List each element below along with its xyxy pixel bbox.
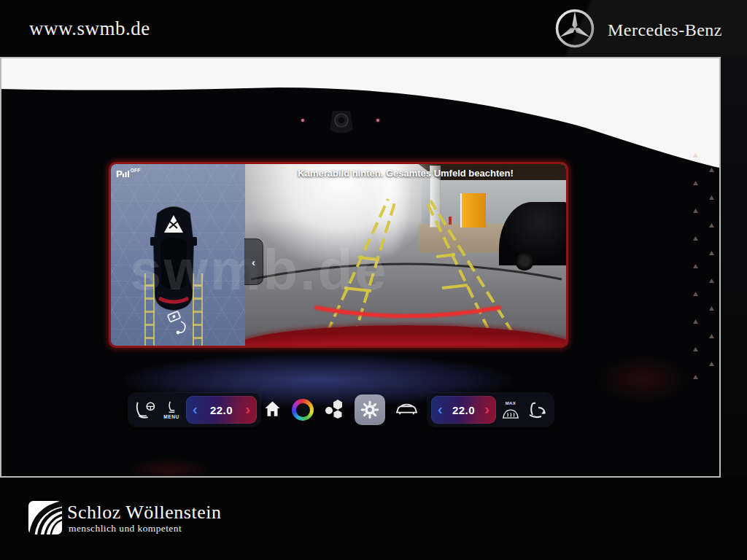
- panel-collapse-handle[interactable]: ‹: [244, 238, 263, 285]
- mercedes-star-icon: [554, 7, 596, 52]
- nav-icon-row: [263, 393, 419, 427]
- dealer-name: Schloz Wöllenstein: [67, 502, 221, 524]
- rear-camera-panel[interactable]: Kamerabild hinten. Gesamtes Umfeld beach…: [245, 164, 566, 346]
- temp-increase-button[interactable]: ›: [484, 402, 489, 418]
- dealer-tagline: menschlich und kompetent: [69, 523, 182, 534]
- settings-button-active[interactable]: [355, 394, 385, 425]
- infotainment-display: P OFF: [109, 162, 568, 348]
- sensor-led: [376, 119, 379, 122]
- max-defrost-button[interactable]: MAX: [498, 401, 523, 419]
- schloz-woellenstein-logo: [28, 500, 63, 535]
- temp-value-right: 22.0: [452, 404, 475, 416]
- brand-name: Mercedes-Benz: [608, 20, 722, 40]
- park-sensor-icon: [123, 169, 130, 177]
- temp-decrease-button[interactable]: ‹: [438, 402, 443, 418]
- sensor-led: [301, 119, 304, 122]
- ring-hole: [296, 403, 310, 417]
- page: www.swmb.de Mercedes-Benz: [0, 0, 747, 560]
- interior-camera-mount: [327, 109, 356, 139]
- seat-ventilation-icon[interactable]: [525, 401, 550, 419]
- apps-hexagon-icon[interactable]: [323, 398, 345, 421]
- camera-warning-text: Kamerabild hinten. Gesamtes Umfeld beach…: [245, 168, 566, 179]
- ambient-glow: [111, 452, 228, 478]
- climate-group-right: ‹ 22.0 › MAX: [427, 393, 554, 427]
- home-button[interactable]: [263, 399, 282, 421]
- star-pattern-trim: [687, 153, 719, 394]
- seat-icon: [166, 401, 177, 413]
- park-label: P: [116, 169, 123, 179]
- own-car-topview: [147, 199, 200, 314]
- vehicle-settings-button[interactable]: [395, 401, 419, 419]
- defrost-icon: [501, 406, 520, 419]
- dealer-url: www.swmb.de: [29, 18, 150, 40]
- park-state-label: OFF: [131, 168, 141, 173]
- menu-label: MENU: [163, 414, 179, 419]
- chevron-left-icon: ‹: [252, 256, 255, 268]
- temp-control-right: ‹ 22.0 ›: [431, 396, 496, 424]
- park-assist-off-indicator: P OFF: [116, 169, 141, 179]
- camera-wash-icon: [166, 310, 190, 335]
- car-interior-photo: P OFF: [0, 57, 721, 478]
- max-label: MAX: [506, 401, 516, 405]
- steering-seat-heat-icon[interactable]: [132, 400, 157, 419]
- ambient-light-ring-icon[interactable]: [292, 399, 314, 421]
- temp-decrease-button[interactable]: ‹: [193, 402, 198, 418]
- climate-group-left: MENU ‹ 22.0 ›: [128, 393, 260, 427]
- parking-view-panel[interactable]: P OFF: [111, 164, 245, 346]
- parking-guidelines: [245, 164, 566, 346]
- brand-block: Mercedes-Benz: [554, 7, 722, 52]
- climate-menu-button[interactable]: MENU: [159, 401, 184, 419]
- header-banner: www.swmb.de Mercedes-Benz: [0, 0, 747, 58]
- gear-icon: [360, 400, 379, 419]
- temp-increase-button[interactable]: ›: [245, 402, 250, 418]
- footer-banner: Schloz Wöllenstein menschlich und kompet…: [0, 478, 747, 560]
- temp-control-left: ‹ 22.0 ›: [186, 396, 257, 424]
- temp-value-left: 22.0: [210, 404, 233, 416]
